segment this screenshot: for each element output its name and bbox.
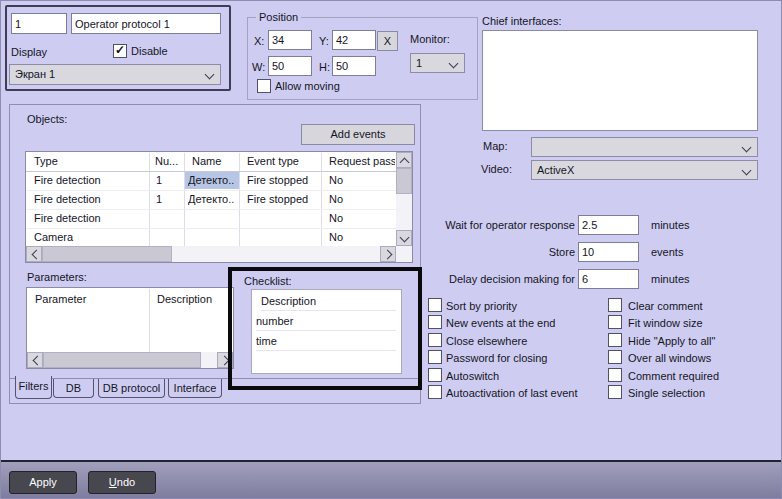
chevron-left-icon bbox=[32, 250, 42, 260]
password-for-closing-label: Password for closing bbox=[446, 352, 548, 364]
sort-by-priority-checkbox[interactable] bbox=[428, 298, 442, 312]
column-header-request-pass[interactable]: Request pass bbox=[329, 155, 395, 167]
apply-button[interactable]: Apply bbox=[9, 471, 77, 494]
identity-panel: Display Disable Экран 1 bbox=[5, 5, 231, 91]
table-cell[interactable]: No bbox=[329, 231, 389, 243]
parameters-label: Parameters: bbox=[27, 271, 87, 283]
chief-interfaces-label: Chief interfaces: bbox=[482, 15, 561, 27]
allow-moving-checkbox[interactable] bbox=[257, 79, 271, 93]
horizontal-scrollbar-thumb[interactable] bbox=[42, 246, 172, 262]
objects-label: Objects: bbox=[27, 113, 67, 125]
autoswitch-label: Autoswitch bbox=[446, 370, 499, 382]
disable-checkbox[interactable] bbox=[113, 44, 127, 58]
checklist-item[interactable]: Description bbox=[261, 295, 396, 311]
table-cell[interactable]: Fire detection bbox=[34, 212, 146, 224]
checklist-highlight-box: Checklist: Description number time bbox=[228, 267, 422, 390]
horizontal-scrollbar-thumb[interactable] bbox=[43, 352, 201, 368]
scroll-left-button[interactable] bbox=[27, 352, 43, 368]
column-header-number[interactable]: Nu... bbox=[155, 155, 183, 167]
scroll-left-button[interactable] bbox=[26, 246, 42, 262]
checklist-item[interactable]: time bbox=[256, 335, 396, 351]
new-events-at-end-checkbox[interactable] bbox=[428, 315, 442, 329]
name-field[interactable] bbox=[71, 13, 221, 34]
close-elsewhere-checkbox[interactable] bbox=[428, 333, 442, 347]
map-select[interactable] bbox=[531, 137, 758, 157]
h-field[interactable] bbox=[332, 56, 376, 76]
row-divider bbox=[26, 209, 396, 210]
y-field[interactable] bbox=[332, 30, 376, 50]
autoactivation-last-event-checkbox[interactable] bbox=[428, 385, 442, 399]
tab-db-protocol[interactable]: DB protocol bbox=[98, 379, 165, 398]
w-label: W: bbox=[252, 61, 265, 73]
table-cell[interactable]: Camera bbox=[34, 231, 146, 243]
id-field[interactable] bbox=[11, 13, 67, 34]
checklist-label: Checklist: bbox=[244, 275, 292, 287]
table-cell[interactable]: No bbox=[329, 174, 389, 186]
disable-checkbox-label: Disable bbox=[131, 45, 168, 57]
tab-db[interactable]: DB bbox=[53, 379, 94, 398]
add-events-button[interactable]: Add events bbox=[301, 124, 415, 145]
store-field[interactable] bbox=[578, 242, 639, 262]
chevron-down-icon bbox=[742, 143, 752, 153]
password-for-closing-checkbox[interactable] bbox=[428, 350, 442, 364]
comment-required-checkbox[interactable] bbox=[608, 368, 622, 382]
column-divider bbox=[321, 153, 322, 246]
row-divider bbox=[26, 190, 396, 191]
chevron-down-icon bbox=[205, 70, 215, 80]
scroll-down-button[interactable] bbox=[396, 230, 412, 246]
checklist-item[interactable]: number bbox=[256, 315, 396, 331]
delay-decision-field[interactable] bbox=[578, 269, 639, 289]
x-label: X: bbox=[254, 35, 264, 47]
h-label: H: bbox=[319, 61, 330, 73]
autoactivation-last-event-label: Autoactivation of last event bbox=[446, 387, 577, 399]
screen-select[interactable]: Экран 1 bbox=[9, 64, 221, 85]
clear-position-button[interactable]: X bbox=[377, 31, 398, 51]
screen-select-value: Экран 1 bbox=[15, 68, 55, 80]
column-header-parameter[interactable]: Parameter bbox=[35, 293, 145, 305]
column-header-description[interactable]: Description bbox=[157, 293, 227, 305]
allow-moving-label: Allow moving bbox=[275, 80, 340, 92]
table-cell[interactable]: 1 bbox=[156, 174, 181, 186]
monitor-select[interactable]: 1 bbox=[410, 53, 465, 73]
chevron-up-icon bbox=[400, 158, 410, 168]
column-header-name[interactable]: Name bbox=[192, 155, 236, 167]
undo-button[interactable]: Undo bbox=[88, 471, 156, 494]
table-cell[interactable]: Детекто.. bbox=[188, 174, 238, 186]
chevron-down-icon bbox=[742, 166, 752, 176]
column-divider bbox=[184, 153, 185, 246]
w-field[interactable] bbox=[268, 56, 312, 76]
video-select-value: ActiveX bbox=[537, 164, 574, 176]
table-cell[interactable]: Fire detection bbox=[34, 193, 146, 205]
clear-comment-checkbox[interactable] bbox=[608, 298, 622, 312]
chevron-left-icon bbox=[33, 356, 43, 366]
over-all-windows-checkbox[interactable] bbox=[608, 350, 622, 364]
column-header-type[interactable]: Type bbox=[34, 155, 144, 167]
wait-response-field[interactable] bbox=[578, 215, 639, 235]
tab-filters[interactable]: Filters bbox=[15, 376, 52, 399]
table-cell[interactable]: Fire detection bbox=[34, 174, 146, 186]
table-cell[interactable]: No bbox=[329, 193, 389, 205]
column-header-event-type[interactable]: Event type bbox=[247, 155, 317, 167]
tab-interface[interactable]: Interface bbox=[168, 379, 222, 398]
table-cell[interactable]: 1 bbox=[156, 193, 181, 205]
vertical-scrollbar-thumb[interactable] bbox=[396, 168, 412, 194]
display-label: Display bbox=[11, 46, 47, 58]
chevron-down-icon bbox=[400, 233, 410, 243]
y-label: Y: bbox=[319, 35, 329, 47]
scroll-up-button[interactable] bbox=[396, 152, 412, 168]
table-cell[interactable]: Fire stopped bbox=[247, 174, 319, 186]
checklist-listbox[interactable]: Description number time bbox=[251, 289, 402, 374]
map-label: Map: bbox=[483, 140, 507, 152]
hide-apply-to-all-checkbox[interactable] bbox=[608, 333, 622, 347]
single-selection-checkbox[interactable] bbox=[608, 385, 622, 399]
parameters-table[interactable]: Parameter Description bbox=[26, 287, 234, 369]
video-select[interactable]: ActiveX bbox=[531, 160, 758, 180]
autoswitch-checkbox[interactable] bbox=[428, 368, 442, 382]
fit-window-size-checkbox[interactable] bbox=[608, 315, 622, 329]
table-cell[interactable]: Fire stopped bbox=[247, 193, 319, 205]
chief-interfaces-listbox[interactable] bbox=[482, 30, 758, 131]
x-field[interactable] bbox=[268, 30, 312, 50]
table-cell[interactable]: Детекто.. bbox=[188, 193, 238, 205]
wait-response-unit: minutes bbox=[651, 219, 690, 231]
sort-by-priority-label: Sort by priority bbox=[446, 300, 517, 312]
